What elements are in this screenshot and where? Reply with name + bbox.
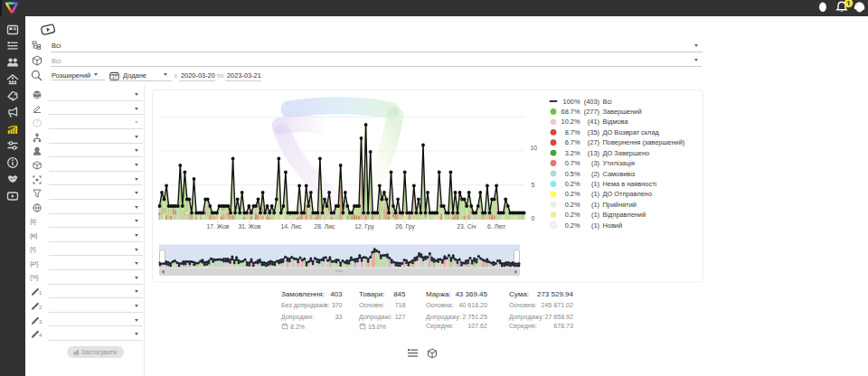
svg-text:0.5%: 0.5% [565, 170, 580, 178]
svg-text:6. Лют: 6. Лют [487, 223, 505, 230]
svg-text:28. Лис: 28. Лис [315, 223, 336, 230]
svg-text:0.2%: 0.2% [565, 190, 580, 198]
svg-text:Прийнятий: Прийнятий [603, 201, 637, 209]
svg-text:0.2%: 0.2% [565, 211, 580, 219]
svg-text:Утилізація: Утилізація [603, 159, 636, 167]
svg-text:Завершений: Завершений [603, 108, 642, 116]
svg-text:?: ? [35, 119, 39, 126]
svg-text:0.2%: 0.2% [565, 201, 580, 209]
svg-text:12. Гру: 12. Гру [354, 223, 374, 230]
svg-text:26. Гру: 26. Гру [395, 223, 415, 230]
svg-text:6.7%: 6.7% [565, 138, 580, 146]
svg-text:Повернення (завершений): Повернення (завершений) [603, 138, 685, 146]
svg-text:(277): (277) [584, 108, 599, 116]
svg-text:68.7%: 68.7% [561, 108, 580, 116]
svg-text:100%: 100% [563, 98, 580, 106]
svg-text:0.2%: 0.2% [565, 221, 580, 230]
svg-text:Новий: Новий [603, 221, 623, 230]
svg-text:10: 10 [531, 145, 538, 151]
svg-text:(403): (403) [584, 98, 599, 106]
svg-text:(13): (13) [588, 149, 599, 157]
svg-text:Нема в наявності: Нема в наявності [603, 180, 657, 188]
svg-text:Всі: Всі [603, 98, 613, 106]
svg-text:3.2%: 3.2% [565, 149, 580, 157]
svg-text:ДО Возврат склад: ДО Возврат склад [603, 128, 660, 136]
svg-text:10.2%: 10.2% [561, 118, 580, 126]
svg-text:23. Січ: 23. Січ [457, 223, 476, 230]
svg-text:s: s [288, 327, 288, 330]
svg-text:(1): (1) [591, 180, 599, 188]
svg-text:Відправлений: Відправлений [603, 211, 646, 219]
svg-text:s: s [365, 327, 366, 330]
svg-text:ДО Завершено: ДО Завершено [603, 149, 650, 157]
svg-text:Відмова: Відмова [603, 118, 629, 126]
svg-text:(1): (1) [591, 190, 599, 198]
svg-text:8.7%: 8.7% [565, 128, 580, 136]
svg-text:5: 5 [532, 182, 535, 188]
svg-text:31. Жов: 31. Жов [239, 223, 261, 230]
svg-text:(1): (1) [591, 201, 599, 209]
svg-text:0: 0 [532, 215, 535, 221]
svg-text:0.2%: 0.2% [565, 180, 580, 188]
svg-text:(2): (2) [591, 170, 599, 178]
svg-text:(27): (27) [588, 138, 599, 146]
svg-text:17: 17 [112, 75, 118, 80]
svg-text:14. Лис: 14. Лис [281, 223, 303, 230]
svg-text:(35): (35) [588, 128, 599, 136]
svg-text:ДО Отправлено: ДО Отправлено [603, 190, 653, 198]
svg-text:(3): (3) [591, 159, 599, 167]
svg-text:(1): (1) [591, 221, 599, 230]
svg-text:Самовивіз: Самовивіз [603, 170, 636, 178]
svg-text:(1): (1) [591, 211, 599, 219]
svg-text:(41): (41) [588, 118, 599, 126]
svg-text:0.7%: 0.7% [565, 159, 580, 167]
svg-text:17. Жов: 17. Жов [207, 223, 230, 230]
